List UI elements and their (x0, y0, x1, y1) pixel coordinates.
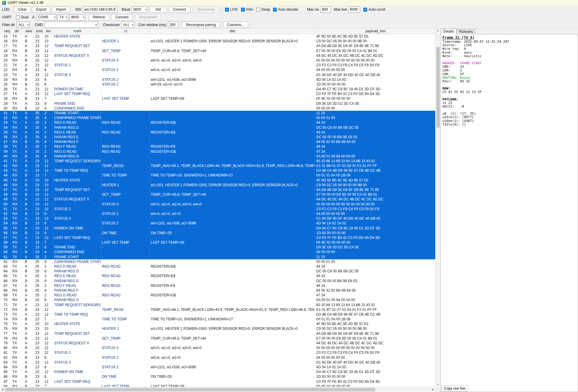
table-row[interactable]: 55TXA2312POWER ON TIME·DA 40 C7 9C C8 9C… (0, 226, 435, 231)
horizontal-scrollbar[interactable]: ◀ ▶ (0, 387, 435, 392)
clear-button[interactable]: Clear (14, 7, 31, 13)
table-row[interactable]: 61TXA252FRAME START·11 23 (0, 255, 435, 259)
table-row[interactable]: 35TXA252REG E READREG READREGISTER=E$45 … (0, 130, 435, 135)
table-row[interactable]: 46RXB2310·HEATER 1w1=201, HEATER 1 POWER… (0, 183, 435, 187)
column-header-wire[interactable]: wire (21, 29, 33, 34)
table-row[interactable]: 87TXA2312LAST SET TEMP REQ·C0 F9 7F FE B… (0, 379, 435, 384)
table-row[interactable]: 17TXA2312TEMP REQUEST SET4A D8 4B D8 5E … (0, 44, 435, 48)
table-row[interactable]: 37RXB258PARAM REG F64 00 32 00 B8 0B 64 … (0, 139, 435, 144)
table-row[interactable]: 47TXA2312TEMP REQUEST SET4A D8 4B D8 5E … (0, 187, 435, 192)
import-button[interactable]: Import (52, 7, 70, 13)
autoscroll-checkbox[interactable]: Auto-scroll (363, 7, 385, 12)
table-row[interactable]: 86RXB236ON TIMEON TIME=291D 00 00 00 00 … (0, 374, 435, 379)
table-row[interactable]: 84RXB236·STATUS 2w0=1101, w1=538, w2=309… (0, 365, 435, 369)
table-row[interactable]: 21TXA2312STATUS 2C0 F2 C2 F9 C3 F9 C4 F9… (0, 63, 435, 68)
table-row[interactable]: 52RXB236·STATUS 2w0=4, w1=0, w2=004 00 0… (0, 211, 435, 216)
table-row[interactable]: 43TXA2312TIME TO TEMP REQ·D3 4B C4 4B D9… (0, 168, 435, 173)
maxlive-input[interactable] (348, 7, 360, 13)
recompute-pairing-button[interactable]: Recompute pairing (182, 22, 220, 28)
table-row[interactable]: 22RXB236·STATUS 2w0=4, w1=0, w2=004 00 0… (0, 68, 435, 72)
column-header-dir[interactable]: dir (11, 29, 21, 34)
baud-select[interactable]: 9600 ▾ (131, 7, 148, 13)
table-row[interactable]: 79TXA2312STATUS REQUEST X·44 DC 45 DC 4A… (0, 341, 435, 346)
table-row[interactable]: 67TXA252REG F READREG READREGISTER=F$46 … (0, 283, 435, 288)
corr-window-input[interactable] (168, 22, 179, 28)
table-row[interactable]: 58RXB237LAST SET TEMPLAST SET TEMP=5900 … (0, 240, 435, 245)
table-row[interactable]: 39TXA252REG G READREG READREGISTER=G$47 … (0, 149, 435, 154)
table-row[interactable]: 45TXA2310HEATER STATE·4F 9D 50 9D 4C 9E … (0, 178, 435, 183)
table-row[interactable]: 68RXB258PARAM REG F·64 00 32 00 B8 0B 64… (0, 288, 435, 293)
table-row[interactable]: 30RXB234CONFIRMED END00 00 00 00 (0, 106, 435, 111)
ws-disconnect-button[interactable]: Disconnect (193, 7, 219, 13)
table-row[interactable]: 33TXA252REG D READREG READREGISTER=D$44 … (0, 120, 435, 125)
column-header-rs[interactable]: rs (101, 29, 150, 34)
table-row[interactable]: 62RXB254CONFIRMED FRAME START00 00 01 00 (0, 259, 435, 264)
maxvis-input[interactable] (320, 7, 331, 13)
table-row[interactable]: 59TXA238FRAME END·D9 3E D0 3D D2 3D C4 3… (0, 245, 435, 250)
checksum-select[interactable]: ALL ▾ (121, 22, 134, 28)
table-row[interactable]: 32RXB254CONFIRMED FRAME START00 00 01 00 (0, 115, 435, 120)
table-row[interactable]: 41TXA2312TEMP REQUEST SENSORS60 10 68 13… (0, 159, 435, 163)
infer-checkbox[interactable]: Infer (241, 7, 253, 12)
table-row[interactable]: 60RXB234CONFIRMED END00 00 00 00 (0, 250, 435, 254)
table-row[interactable]: 20RXB2312·STATUS Xw0=0, w1=0, w2=0, w3=0… (0, 58, 435, 63)
com-port-select[interactable]: COM5 ▾ (36, 14, 56, 20)
table-row[interactable]: 73TXA2312TIME TO TEMP REQ·D3 4B C4 4B D9… (0, 312, 435, 317)
ws-connect-button[interactable]: Connect (169, 7, 190, 13)
table-row[interactable]: 25RXB236·STATUS 2w0=29, w1=0, w2=01D 00 … (0, 82, 435, 87)
table-row[interactable]: 34RXB258PARAM REG DDC 05 C8 00 B8 0B DC … (0, 125, 435, 130)
table-row[interactable]: 76RXB2310·HEATER 1w1=201, HEATER 1 POWER… (0, 326, 435, 331)
table-row[interactable]: 19TXA2312STATUS REQUEST X44 DC 45 DC 4A … (0, 53, 435, 58)
scroll-up-icon[interactable]: ▲ (436, 29, 440, 33)
wire-dir-select[interactable]: TX ▾ (57, 14, 68, 20)
table-row[interactable]: 48RXB2312·SET_TEMPTEMP_CUR=45.8, TEMP_SE… (0, 192, 435, 197)
filter-dir-select[interactable]: ALL ▾ (17, 22, 30, 28)
table-row[interactable]: 71TXA2312TEMP REQUEST SENSORS60 10 68 13… (0, 303, 435, 307)
table-row[interactable]: 70RXB258PARAM REG G0A 00 01 00 64 00 0A … (0, 298, 435, 302)
cmd-filter-select[interactable]: ▾ (45, 22, 98, 28)
table-row[interactable]: 85TXA2312POWER ON TIME·DA 40 C7 9C C8 9C… (0, 369, 435, 374)
horizontal-scroll-thumb[interactable] (5, 388, 375, 391)
table-row[interactable]: 83TXA2312STATUS 3D1 40 DE 40 DF 40 DD 40… (0, 360, 435, 365)
table-row[interactable]: 81TXA2312STATUS 2C0 F2 C2 F9 C3 F9 C4 F9… (0, 350, 435, 355)
table-row[interactable]: 29TXA238FRAME END·D9 3E D0 3D D2 3D C4 3… (0, 101, 435, 106)
set-button[interactable]: Set (150, 7, 167, 13)
table-row[interactable]: 23TXA2312STATUS 3D1 40 DE 40 DF 40 DD 40… (0, 73, 435, 77)
column-header-mark[interactable]: mark (53, 29, 101, 34)
table-row[interactable]: 64RXB258PARAM REG D·DC 05 C8 00 B8 0B DC… (0, 269, 435, 274)
auto-decode-checkbox[interactable]: Auto decode (273, 7, 298, 12)
scroll-right-icon[interactable]: ▶ (431, 387, 435, 392)
table-row[interactable]: 88RXB237LAST SET TEMPLAST SET TEMP=5900 … (0, 384, 435, 387)
table-row[interactable]: 16RXB2310·HEATER 1w1=201, HEATER 1 POWER… (0, 39, 435, 44)
swap-checkbox[interactable]: Swap (256, 7, 270, 12)
ws-input[interactable] (83, 7, 117, 13)
column-header-len[interactable]: len (43, 29, 53, 34)
tab-details[interactable]: Details (441, 29, 457, 34)
uart-disconnect-button[interactable]: Disconnect (135, 14, 161, 20)
export-button[interactable]: Export (32, 7, 51, 13)
column-header-cmd[interactable]: cmd (33, 29, 43, 34)
table-row[interactable]: 27TXA2312LAST SET TEMP REQ·C0 F9 7F FE B… (0, 91, 435, 96)
table-row[interactable]: 44RXB237·TIME TO TEMPTIME TO TEMP=10, SH… (0, 173, 435, 178)
table-row[interactable]: 38TXA252REG F READREG READREGISTER=F$46 … (0, 144, 435, 149)
scroll-left-icon[interactable]: ◀ (0, 387, 5, 392)
table-row[interactable]: 74RXB237·TIME TO TEMPTIME TO TEMP=10, SH… (0, 317, 435, 322)
table-row[interactable]: 36RXB258PARAM REG EDC 05 00 00 B8 0B E8 … (0, 135, 435, 139)
table-row[interactable]: 75TXA2310HEATER STATE·4F 9D 50 9D 4C 9E … (0, 322, 435, 326)
copy-raw-hex-button[interactable]: Copy raw hex (441, 385, 468, 391)
table-row[interactable]: 66RXB258PARAM REG E·DC 05 00 00 B8 0B E8… (0, 279, 435, 283)
refresh-button[interactable]: Refresh (89, 14, 109, 20)
table-row[interactable]: 82RXB236·STATUS 2w0=4, w1=0, w2=004 00 0… (0, 355, 435, 360)
table-row[interactable]: 57TXA2312LAST SET TEMP REQ·C0 F9 7F FE B… (0, 235, 435, 240)
table-row[interactable]: 50RXB2312·STATUS Xw0=0, w1=0, w2=0, w3=0… (0, 202, 435, 207)
table-row[interactable]: 72RXB2312TEMP_READTEMP_AVG=48.1, TEMP_BL… (0, 307, 435, 312)
table-row[interactable]: 77TXA2312TEMP REQUEST SET4A D8 4B D8 5E … (0, 331, 435, 336)
table-row[interactable]: 54RXB236·STATUS 2w0=1101, w1=538, w2=309… (0, 221, 435, 226)
table-row[interactable]: 78RXB2312·SET_TEMPTEMP_CUR=45.8, TEMP_SE… (0, 336, 435, 341)
table-row[interactable]: 31TXA252FRAME START·11 23 (0, 111, 435, 115)
column-header-dec[interactable]: dec (150, 29, 315, 34)
table-row[interactable]: 53TXA2312STATUS 3D1 40 DE 40 DF 40 DD 40… (0, 216, 435, 221)
table-row[interactable]: 18RXB2312·SET_TEMPTEMP_CUR=45.8, TEMP_SE… (0, 49, 435, 53)
table-row[interactable]: 28RXB237LAST SET TEMPLAST SET TEMP=5900 … (0, 96, 435, 101)
table-row[interactable]: 56RXB236ON TIMEON TIME=291D 00 00 00 00 … (0, 231, 435, 235)
